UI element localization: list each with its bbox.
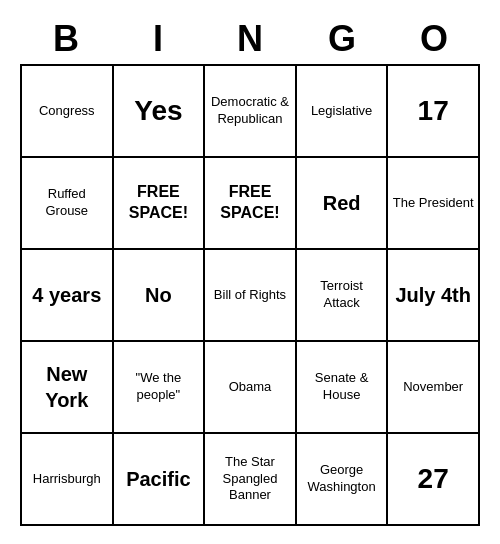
bingo-letter: N bbox=[206, 18, 294, 60]
bingo-cell: No bbox=[114, 250, 206, 342]
cell-text: George Washington bbox=[301, 462, 383, 496]
cell-text: The President bbox=[393, 195, 474, 212]
bingo-cell: Legislative bbox=[297, 66, 389, 158]
bingo-cell: Congress bbox=[22, 66, 114, 158]
cell-text: Ruffed Grouse bbox=[26, 186, 108, 220]
cell-text: No bbox=[145, 282, 172, 308]
cell-text: Democratic & Republican bbox=[209, 94, 291, 128]
cell-text: Legislative bbox=[311, 103, 372, 120]
cell-text: FREE SPACE! bbox=[118, 182, 200, 224]
bingo-cell: 17 bbox=[388, 66, 480, 158]
cell-text: Yes bbox=[134, 93, 182, 129]
cell-text: "We the people" bbox=[118, 370, 200, 404]
bingo-letter: O bbox=[390, 18, 478, 60]
cell-text: Harrisburgh bbox=[33, 471, 101, 488]
cell-text: Red bbox=[323, 190, 361, 216]
cell-text: 27 bbox=[418, 461, 449, 497]
bingo-cell: George Washington bbox=[297, 434, 389, 526]
bingo-card: BINGO CongressYesDemocratic & Republican… bbox=[10, 8, 490, 536]
bingo-cell: Harrisburgh bbox=[22, 434, 114, 526]
cell-text: 17 bbox=[418, 93, 449, 129]
bingo-cell: Democratic & Republican bbox=[205, 66, 297, 158]
bingo-cell: The Star Spangled Banner bbox=[205, 434, 297, 526]
bingo-cell: FREE SPACE! bbox=[205, 158, 297, 250]
bingo-cell: 4 years bbox=[22, 250, 114, 342]
bingo-cell: Yes bbox=[114, 66, 206, 158]
cell-text: Obama bbox=[229, 379, 272, 396]
bingo-letter: B bbox=[22, 18, 110, 60]
bingo-cell: Bill of Rights bbox=[205, 250, 297, 342]
bingo-cell: New York bbox=[22, 342, 114, 434]
cell-text: The Star Spangled Banner bbox=[209, 454, 291, 505]
cell-text: Terroist Attack bbox=[301, 278, 383, 312]
bingo-cell: Red bbox=[297, 158, 389, 250]
bingo-grid: CongressYesDemocratic & RepublicanLegisl… bbox=[20, 64, 480, 526]
cell-text: Pacific bbox=[126, 466, 190, 492]
bingo-cell: Ruffed Grouse bbox=[22, 158, 114, 250]
bingo-cell: 27 bbox=[388, 434, 480, 526]
bingo-cell: "We the people" bbox=[114, 342, 206, 434]
bingo-letter: I bbox=[114, 18, 202, 60]
bingo-cell: FREE SPACE! bbox=[114, 158, 206, 250]
bingo-title: BINGO bbox=[20, 18, 480, 60]
cell-text: Congress bbox=[39, 103, 95, 120]
bingo-cell: July 4th bbox=[388, 250, 480, 342]
cell-text: Senate & House bbox=[301, 370, 383, 404]
bingo-cell: The President bbox=[388, 158, 480, 250]
bingo-cell: Obama bbox=[205, 342, 297, 434]
bingo-cell: Senate & House bbox=[297, 342, 389, 434]
cell-text: Bill of Rights bbox=[214, 287, 286, 304]
cell-text: New York bbox=[26, 361, 108, 413]
cell-text: FREE SPACE! bbox=[209, 182, 291, 224]
bingo-cell: Terroist Attack bbox=[297, 250, 389, 342]
bingo-cell: November bbox=[388, 342, 480, 434]
cell-text: November bbox=[403, 379, 463, 396]
bingo-letter: G bbox=[298, 18, 386, 60]
bingo-cell: Pacific bbox=[114, 434, 206, 526]
cell-text: July 4th bbox=[395, 282, 471, 308]
cell-text: 4 years bbox=[32, 282, 101, 308]
